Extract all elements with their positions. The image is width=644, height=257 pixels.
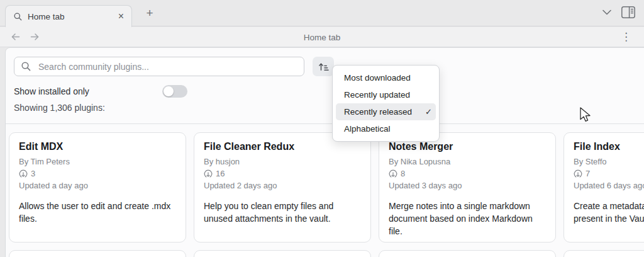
plugin-card-partial[interactable]	[564, 250, 644, 257]
sort-menu: Most downloaded Recently updated Recentl…	[332, 65, 440, 142]
plugin-card-partial[interactable]	[194, 250, 371, 257]
sort-button[interactable]	[313, 57, 334, 76]
tab-bar: Home tab × +	[0, 0, 644, 26]
plugin-name: File Cleaner Redux	[204, 141, 361, 152]
close-tab-icon[interactable]: ×	[117, 11, 125, 21]
sort-ascending-icon	[318, 62, 329, 72]
plugin-updated: Updated 6 days ago	[574, 180, 644, 191]
plugin-updated: Updated a day ago	[19, 180, 176, 191]
forward-arrow-icon[interactable]	[30, 31, 40, 42]
download-icon	[204, 169, 213, 178]
plugin-name: Edit MDX	[19, 141, 176, 152]
search-icon	[13, 12, 23, 21]
plugin-author: By husjon	[204, 156, 361, 168]
plugin-author: By Steffo	[574, 156, 644, 168]
download-icon	[389, 169, 397, 178]
plugin-description: Help you to clean empty files and unused…	[204, 200, 361, 225]
sort-option-recently-released[interactable]: Recently released ✓	[336, 103, 436, 120]
more-options-icon[interactable]: ⋮	[621, 30, 631, 45]
navigation-bar: Home tab ⋮	[0, 27, 644, 47]
menu-item-label: Recently released	[344, 107, 412, 117]
tab-home[interactable]: Home tab ×	[5, 5, 132, 27]
menu-item-label: Alphabetical	[344, 124, 391, 134]
toggle-knob	[164, 86, 174, 96]
menu-item-label: Recently updated	[344, 90, 410, 100]
download-icon	[19, 169, 28, 178]
section-divider	[6, 123, 644, 124]
tab-title: Home tab	[28, 12, 117, 21]
plugin-card[interactable]: Notes Merger By Nika Lopusna 8 Updated 3…	[379, 132, 556, 243]
show-installed-label: Show installed only	[14, 86, 89, 96]
plugin-card[interactable]: File Index By Steffo 7 Updated 6 days ag…	[564, 132, 644, 243]
app-window: Home tab × + Home tab	[0, 0, 644, 257]
sort-option-alphabetical[interactable]: Alphabetical	[336, 120, 436, 137]
plugin-name: File Index	[574, 141, 644, 152]
download-icon	[574, 169, 582, 178]
download-count: 8	[401, 168, 405, 180]
download-count: 7	[586, 168, 590, 180]
plugin-description: Create a metadata present in the Vau	[574, 200, 644, 225]
plugin-updated: Updated 2 days ago	[204, 180, 361, 191]
plugin-updated: Updated 3 days ago	[389, 180, 546, 191]
plugin-description: Merge notes into a single markdown docum…	[389, 200, 546, 237]
plugin-card-partial[interactable]	[379, 250, 556, 257]
plugin-author: By Nika Lopusna	[389, 156, 546, 168]
menu-item-label: Most downloaded	[344, 73, 411, 83]
search-input[interactable]	[14, 57, 304, 76]
plugin-author: By Tim Peters	[19, 156, 176, 168]
chevron-down-icon[interactable]	[602, 9, 611, 15]
show-installed-toggle[interactable]	[162, 85, 187, 98]
search-icon	[21, 61, 31, 72]
new-tab-button[interactable]: +	[142, 6, 157, 21]
back-arrow-icon[interactable]	[10, 31, 21, 42]
plugin-card-partial[interactable]	[9, 250, 186, 257]
right-sidebar-toggle-icon[interactable]	[621, 6, 635, 18]
view-title: Home tab	[0, 27, 644, 47]
sort-option-recently-updated[interactable]: Recently updated	[336, 86, 436, 103]
plugin-name: Notes Merger	[389, 141, 546, 152]
plugin-description: Allows the user to edit and create .mdx …	[19, 200, 176, 225]
plugin-card[interactable]: File Cleaner Redux By husjon 16 Updated …	[194, 132, 371, 243]
results-count: Showing 1,306 plugins:	[14, 103, 105, 113]
mouse-cursor	[580, 107, 592, 123]
check-icon: ✓	[425, 107, 432, 117]
download-count: 3	[31, 168, 35, 180]
plugin-card[interactable]: Edit MDX By Tim Peters 3 Updated a day a…	[9, 132, 186, 243]
download-count: 16	[216, 168, 225, 180]
sort-option-most-downloaded[interactable]: Most downloaded	[336, 69, 436, 86]
